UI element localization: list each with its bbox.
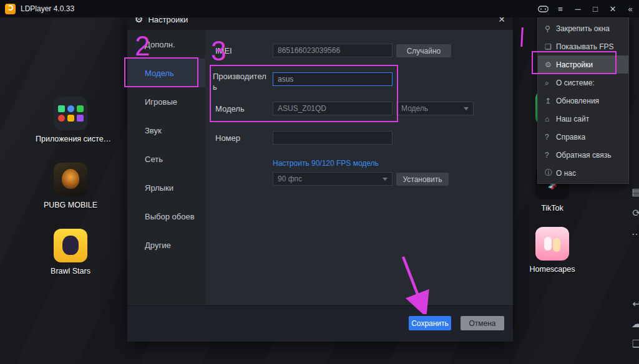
save-button[interactable]: Сохранить bbox=[409, 316, 451, 330]
chevron-down-icon bbox=[383, 178, 388, 181]
model-label: Модель bbox=[215, 104, 245, 113]
app-label: TikTok bbox=[517, 204, 587, 213]
number-input[interactable] bbox=[273, 131, 393, 145]
model-select-value: Модель bbox=[401, 104, 428, 113]
brawl-stars-icon bbox=[54, 229, 87, 262]
menu-item-settings[interactable]: ⚙Настройки bbox=[538, 55, 628, 74]
collapse-icon[interactable]: « bbox=[622, 0, 639, 17]
menu-item-label: О нас bbox=[556, 169, 576, 178]
app-icon-brawl-stars[interactable]: Brawl Stars bbox=[36, 229, 105, 275]
menu-item-label: Обратная связь bbox=[556, 151, 611, 160]
pubg-art bbox=[62, 169, 79, 189]
sidebar-item-shortcuts[interactable]: Ярлыки bbox=[127, 173, 205, 202]
mini-app-icon bbox=[58, 105, 65, 112]
random-imei-button[interactable]: Случайно bbox=[396, 44, 451, 57]
update-icon: ↥ bbox=[545, 97, 556, 105]
imei-input[interactable] bbox=[273, 44, 393, 57]
menu-item-pin-windows[interactable]: ⚲Закрепить окна bbox=[538, 19, 628, 37]
dialog-footer bbox=[127, 305, 513, 342]
dialog-sidebar: Дополн. Модель Игровые Звук Сеть Ярлыки … bbox=[127, 30, 205, 305]
install-button[interactable]: Установить bbox=[396, 173, 449, 186]
mini-app-icon bbox=[67, 115, 74, 122]
menu-item-updates[interactable]: ↥Обновления bbox=[538, 92, 628, 110]
system-apps-folder-icon bbox=[54, 97, 87, 130]
sidebar-item-other[interactable]: Другие bbox=[127, 231, 205, 259]
menu-item-label: Показывать FPS bbox=[556, 42, 614, 51]
mini-app-icon bbox=[77, 115, 84, 122]
sidebar-item-sound[interactable]: Звук bbox=[127, 116, 205, 145]
fps-select-value: 90 фпс bbox=[278, 175, 302, 183]
sidebar-item-network[interactable]: Сеть bbox=[127, 145, 205, 173]
number-label: Номер bbox=[215, 133, 240, 143]
menu-item-feedback[interactable]: ?Обратная связь bbox=[538, 146, 628, 164]
fps-settings-link[interactable]: Настроить 90/120 FPS модель bbox=[273, 159, 379, 168]
app-icon-system-apps[interactable]: Приложения систе… bbox=[36, 97, 105, 143]
settings-dialog: ⚙ Настройки ✕ Дополн. Модель Игровые Зву… bbox=[127, 9, 513, 342]
window-controls: ≡ ─ □ ✕ « bbox=[534, 0, 639, 17]
menu-item-about-us[interactable]: ⓘО нас bbox=[538, 164, 628, 182]
titlebar: LDPlayer 4.0.33 ≡ ─ □ ✕ « bbox=[0, 0, 639, 17]
sidebar-item-game[interactable]: Игровые bbox=[127, 87, 205, 116]
menu-item-label: Настройки bbox=[556, 60, 593, 69]
chevron-down-icon bbox=[464, 107, 469, 110]
manufacturer-input[interactable] bbox=[273, 72, 393, 86]
fps-icon: ❏ bbox=[545, 42, 556, 51]
more-icon[interactable]: ⋯ bbox=[628, 228, 639, 240]
mini-app-icon bbox=[67, 105, 74, 112]
menu-item-label: О системе: bbox=[556, 79, 595, 87]
ldplayer-logo-icon bbox=[5, 4, 16, 14]
mini-app-icon bbox=[77, 105, 84, 112]
app-label: Приложения систе… bbox=[36, 135, 105, 143]
fps-select[interactable]: 90 фпс bbox=[273, 172, 393, 186]
gear-icon: ⚙ bbox=[545, 60, 556, 69]
annotation-step-1 bbox=[520, 27, 524, 47]
shake-icon[interactable]: ⟳ bbox=[628, 207, 639, 219]
sidebar-item-wallpaper[interactable]: Выбор обоев bbox=[127, 202, 205, 231]
pin-icon: ⚲ bbox=[545, 24, 556, 33]
homescapes-icon bbox=[535, 227, 569, 261]
sync-icon[interactable]: ☁ bbox=[628, 318, 639, 330]
cancel-button[interactable]: Отмена bbox=[461, 316, 504, 330]
sidebar-item-model[interactable]: Модель bbox=[127, 59, 205, 87]
multiwindow-icon[interactable]: ❏ bbox=[628, 338, 639, 350]
manufacturer-label: Производитель bbox=[213, 71, 270, 92]
app-label: Brawl Stars bbox=[36, 267, 105, 275]
menu-icon[interactable]: ≡ bbox=[552, 0, 569, 17]
homescapes-art bbox=[544, 237, 552, 251]
panel-icon[interactable]: ▤ bbox=[628, 186, 639, 198]
app-label: PUBG MOBILE bbox=[36, 201, 105, 209]
sidebar-item-additional[interactable]: Дополн. bbox=[127, 30, 205, 59]
pubg-icon bbox=[54, 163, 87, 196]
desktop: LDPlayer 4.0.33 ≡ ─ □ ✕ « Приложения сис… bbox=[0, 0, 639, 364]
model-select[interactable]: Модель bbox=[396, 102, 474, 115]
app-label: Homescapes bbox=[517, 265, 587, 274]
brawl-emblem bbox=[62, 236, 79, 255]
home-icon: ⌂ bbox=[545, 115, 556, 123]
mini-app-icon bbox=[58, 115, 65, 122]
question-icon: ? bbox=[545, 133, 556, 141]
menu-item-our-site[interactable]: ⌂Наш сайт bbox=[538, 110, 628, 128]
imei-label: IMEI bbox=[215, 46, 232, 55]
back-icon[interactable]: ↩ bbox=[628, 298, 639, 310]
menu-item-label: Справка bbox=[556, 133, 585, 141]
close-icon[interactable]: ✕ bbox=[604, 0, 622, 17]
menu-item-help[interactable]: ?Справка bbox=[538, 128, 628, 146]
menu-item-about-system[interactable]: ⌕О системе: bbox=[538, 74, 628, 92]
magnifier-icon: ⌕ bbox=[545, 79, 556, 87]
info-icon: ⓘ bbox=[545, 168, 556, 178]
context-menu: ⚲Закрепить окна ❏Показывать FPS ⚙Настрой… bbox=[537, 17, 629, 184]
minimize-icon[interactable]: ─ bbox=[569, 0, 587, 17]
menu-item-show-fps[interactable]: ❏Показывать FPS bbox=[538, 37, 628, 55]
menu-item-label: Наш сайт bbox=[556, 115, 589, 123]
model-input[interactable] bbox=[273, 102, 393, 115]
menu-item-label: Закрепить окна bbox=[556, 24, 610, 33]
menu-item-label: Обновления bbox=[556, 97, 599, 105]
logo-swirl bbox=[7, 5, 13, 11]
maximize-icon[interactable]: □ bbox=[587, 0, 604, 17]
app-icon-homescapes[interactable]: Homescapes bbox=[517, 227, 587, 274]
gamepad-icon[interactable] bbox=[534, 0, 552, 17]
app-icon-pubg-mobile[interactable]: PUBG MOBILE bbox=[36, 163, 105, 209]
window-title: LDPlayer 4.0.33 bbox=[21, 4, 74, 13]
feedback-icon: ? bbox=[545, 151, 556, 160]
